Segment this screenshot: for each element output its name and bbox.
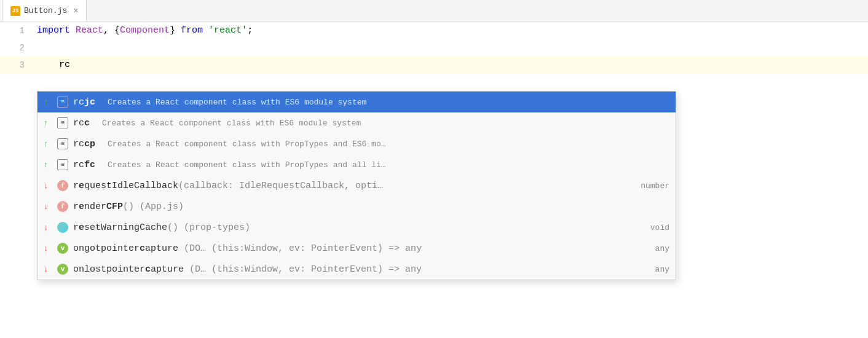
item-desc-rcjc: Creates a React component class with ES6… — [108, 98, 366, 107]
arrow-down-icon-3: ↓ — [44, 223, 52, 232]
autocomplete-item-rcc[interactable]: ↑ ≡ rcc Creates a React component class … — [37, 112, 676, 133]
editor-area: 1 import React, {Component} from 'react'… — [0, 22, 868, 74]
template-badge: ≡ — [57, 96, 68, 108]
item-type-resetwarningcache: void — [650, 223, 669, 232]
item-name-rcjc: rcjc — [73, 97, 95, 108]
item-name-onlostpointercapture: onlostpointercapture (D… (this:Window, e… — [73, 264, 422, 275]
v-badge-2: v — [57, 264, 68, 275]
item-name-ongotpointercapture: ongotpointercapture (DO… (this:Window, e… — [73, 243, 422, 254]
keyword-from: from — [181, 25, 203, 36]
space-1 — [203, 25, 208, 36]
autocomplete-item-rendercfp[interactable]: ↓ f renderCFP() (App.js) — [37, 196, 676, 217]
globe-badge — [57, 222, 68, 233]
autocomplete-item-rccp[interactable]: ↑ ≡ rccp Creates a React component class… — [37, 133, 676, 154]
autocomplete-item-rcfc[interactable]: ↑ ≡ rcfc Creates a React component class… — [37, 154, 676, 175]
f-badge-2: f — [57, 201, 68, 212]
template-badge-2: ≡ — [57, 117, 68, 128]
f-badge-1: f — [57, 180, 68, 191]
arrow-down-icon-4: ↓ — [44, 244, 52, 253]
autocomplete-item-resetwarningcache[interactable]: ↓ resetWarningCache() (prop-types) void — [37, 217, 676, 238]
tab-close-button[interactable]: × — [73, 6, 78, 16]
item-type-ongotpointercapture: any — [655, 244, 669, 253]
keyword-import: import — [37, 25, 76, 36]
file-tab[interactable]: JS Button.js × — [2, 0, 87, 22]
punctuation-2: } — [170, 25, 181, 36]
item-desc-rcc: Creates a React component class with ES6… — [102, 119, 361, 128]
line-number-3: 3 — [0, 57, 37, 74]
tab-bar: JS Button.js × — [0, 0, 868, 22]
code-line-2: 2 — [0, 39, 868, 57]
line-number-1: 1 — [0, 22, 37, 39]
autocomplete-item-ongotpointercapture[interactable]: ↓ v ongotpointercapture (DO… (this:Windo… — [37, 238, 676, 259]
autocomplete-item-rcjc[interactable]: ↑ ≡ rcjc Creates a React component class… — [37, 92, 676, 112]
arrow-up-icon-4: ↑ — [44, 160, 52, 170]
semicolon-1: ; — [247, 25, 253, 36]
item-type-requestidlecallback: number — [641, 181, 669, 191]
line-number-2: 2 — [0, 39, 37, 57]
string-react: 'react' — [208, 25, 247, 36]
autocomplete-item-onlostpointercapture[interactable]: ↓ v onlostpointercapture (D… (this:Windo… — [37, 259, 676, 280]
line-content-3: rc — [37, 57, 70, 74]
item-name-requestidlecallback: requestIdleCallback(callback: IdleReques… — [73, 181, 383, 191]
autocomplete-item-requestidlecallback[interactable]: ↓ f requestIdleCallback(callback: IdleRe… — [37, 175, 676, 196]
item-name-rcc: rcc — [73, 118, 90, 128]
arrow-down-icon-2: ↓ — [44, 202, 52, 211]
v-badge-1: v — [57, 243, 68, 254]
identifier-component: Component — [120, 25, 170, 36]
arrow-up-icon: ↑ — [44, 98, 52, 107]
template-badge-4: ≡ — [57, 159, 68, 170]
item-name-rendercfp: renderCFP() (App.js) — [73, 202, 184, 212]
template-badge-3: ≡ — [57, 138, 68, 149]
code-lines: 1 import React, {Component} from 'react'… — [0, 22, 868, 74]
js-icon: JS — [10, 6, 20, 16]
item-type-onlostpointercapture: any — [655, 265, 669, 274]
item-desc-rccp: Creates a React component class with Pro… — [108, 140, 385, 149]
item-name-rccp: rccp — [73, 139, 95, 149]
arrow-down-icon-5: ↓ — [44, 265, 52, 274]
autocomplete-dropdown: ↑ ≡ rcjc Creates a React component class… — [37, 91, 676, 280]
punctuation-1: , { — [103, 25, 120, 36]
item-desc-rcfc: Creates a React component class with Pro… — [108, 160, 385, 170]
line-content-1: import React, {Component} from 'react'; — [37, 22, 253, 39]
typed-text: rc — [59, 60, 70, 70]
arrow-up-icon-2: ↑ — [44, 119, 52, 128]
item-name-rcfc: rcfc — [73, 160, 95, 170]
identifier-react: React — [76, 25, 103, 36]
item-name-resetwarningcache: resetWarningCache() (prop-types) — [73, 222, 250, 233]
code-line-1: 1 import React, {Component} from 'react'… — [0, 22, 868, 39]
tab-filename: Button.js — [24, 6, 67, 15]
code-line-3: 3 rc — [0, 57, 868, 74]
arrow-down-icon-1: ↓ — [44, 181, 52, 191]
arrow-up-icon-3: ↑ — [44, 140, 52, 149]
